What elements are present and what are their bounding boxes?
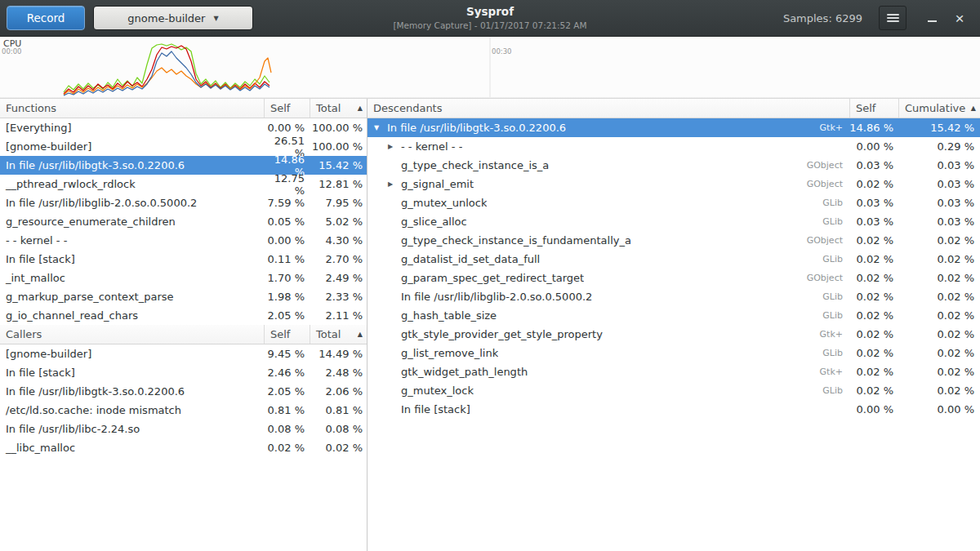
- function-name: [gnome-builder]: [0, 140, 264, 153]
- column-header-descendants[interactable]: Descendants: [368, 99, 849, 118]
- library-tag: Gtk+: [820, 122, 849, 133]
- tree-row[interactable]: ▼In file /usr/lib/libgtk-3.so.0.2200.6Gt…: [368, 118, 980, 137]
- table-row[interactable]: g_resource_enumerate_children0.05 %5.02 …: [0, 212, 367, 231]
- cumulative-percent: 0.02 %: [898, 291, 980, 303]
- table-row[interactable]: In file /usr/lib/libgtk-3.so.0.2200.614.…: [0, 156, 367, 175]
- self-percent: 2.05 %: [264, 385, 310, 398]
- function-name: In file [stack]: [401, 403, 470, 415]
- column-header-callers[interactable]: Callers: [0, 325, 264, 344]
- self-percent: 1.70 %: [264, 272, 310, 284]
- cumulative-percent: 0.29 %: [898, 140, 980, 153]
- function-name-cell: ▼In file /usr/lib/libgtk-3.so.0.2200.6Gt…: [368, 122, 849, 134]
- self-percent: 0.02 %: [849, 309, 898, 322]
- table-row[interactable]: [gnome-builder]9.45 %14.49 %: [0, 344, 367, 363]
- tree-row[interactable]: g_param_spec_get_redirect_targetGObject0…: [368, 269, 980, 287]
- table-row[interactable]: g_io_channel_read_chars2.05 %2.11 %: [0, 306, 367, 325]
- samples-count: Samples: 6299: [783, 12, 862, 24]
- library-tag: GLib: [822, 310, 849, 321]
- menu-button[interactable]: [879, 6, 906, 30]
- library-tag: GLib: [822, 254, 849, 264]
- total-percent: 12.81 %: [310, 178, 367, 190]
- header-right-group: Samples: 6299 ×: [783, 6, 973, 30]
- function-name: gtk_style_provider_get_style_property: [401, 328, 603, 340]
- tree-row[interactable]: g_type_check_instance_is_fundamentally_a…: [368, 231, 980, 250]
- cpu-chart: [0, 37, 980, 98]
- column-header-total-label: Total: [316, 102, 341, 114]
- table-row[interactable]: _int_malloc1.70 %2.49 %: [0, 269, 367, 287]
- expander-collapsed-icon[interactable]: ▶: [388, 180, 401, 188]
- column-header-cumulative[interactable]: Cumulative ▲: [898, 99, 980, 118]
- function-name-cell: g_mutex_lockGLib: [368, 384, 849, 397]
- table-row[interactable]: In file /usr/lib/libglib-2.0.so.0.5000.2…: [0, 193, 367, 212]
- tree-row[interactable]: g_type_check_instance_is_aGObject0.03 %0…: [368, 156, 980, 175]
- tree-row[interactable]: g_hash_table_sizeGLib0.02 %0.02 %: [368, 306, 980, 325]
- process-selector-label: gnome-builder: [127, 12, 205, 24]
- function-name: In file [stack]: [0, 367, 264, 379]
- dropdown-arrow-icon: ▼: [213, 15, 218, 22]
- self-percent: 0.02 %: [849, 347, 898, 359]
- function-name: g_io_channel_read_chars: [0, 309, 264, 322]
- table-row[interactable]: __libc_malloc0.02 %0.02 %: [0, 438, 367, 457]
- tree-row[interactable]: g_list_remove_linkGLib0.02 %0.02 %: [368, 344, 980, 362]
- self-percent: 0.02 %: [849, 178, 898, 190]
- expander-collapsed-icon[interactable]: ▶: [388, 143, 401, 150]
- column-header-total[interactable]: Total ▲: [310, 99, 367, 118]
- tree-row[interactable]: gtk_style_provider_get_style_propertyGtk…: [368, 325, 980, 344]
- tree-row[interactable]: ▶g_signal_emitGObject0.02 %0.03 %: [368, 175, 980, 193]
- self-percent: 0.02 %: [849, 234, 898, 247]
- self-percent: 0.00 %: [849, 140, 898, 153]
- library-tag: Gtk+: [820, 329, 849, 340]
- table-row[interactable]: __pthread_rwlock_rdlock12.75 %12.81 %: [0, 175, 367, 193]
- cumulative-percent: 0.02 %: [898, 384, 980, 397]
- header-bar: Record gnome-builder ▼ Sysprof [Memory C…: [0, 0, 980, 37]
- total-percent: 0.81 %: [310, 404, 367, 416]
- table-row[interactable]: [Everything]0.00 %100.00 %: [0, 118, 367, 137]
- tree-row[interactable]: g_datalist_id_set_data_fullGLib0.02 %0.0…: [368, 250, 980, 269]
- column-header-self[interactable]: Self: [849, 99, 898, 118]
- function-name: g_markup_parse_context_parse: [0, 291, 264, 303]
- descendants-table: ▼In file /usr/lib/libgtk-3.so.0.2200.6Gt…: [368, 118, 980, 419]
- table-row[interactable]: g_markup_parse_context_parse1.98 %2.33 %: [0, 287, 367, 306]
- table-row[interactable]: [gnome-builder]26.51 %100.00 %: [0, 137, 367, 156]
- expander-expanded-icon[interactable]: ▼: [374, 124, 387, 131]
- library-tag: GObject: [807, 273, 849, 283]
- record-button[interactable]: Record: [7, 6, 85, 30]
- cpu-series-orange: [64, 58, 271, 95]
- tree-row[interactable]: g_mutex_lockGLib0.02 %0.02 %: [368, 381, 980, 400]
- function-name-cell: g_type_check_instance_is_aGObject: [368, 159, 849, 171]
- cumulative-percent: 0.00 %: [898, 403, 980, 415]
- function-name: __pthread_rwlock_rdlock: [0, 178, 264, 190]
- minimize-button[interactable]: [918, 6, 946, 30]
- column-header-self[interactable]: Self: [264, 325, 310, 344]
- tree-row[interactable]: In file /usr/lib/libglib-2.0.so.0.5000.2…: [368, 287, 980, 306]
- column-header-self[interactable]: Self: [264, 99, 310, 118]
- table-row[interactable]: In file /usr/lib/libgtk-3.so.0.2200.62.0…: [0, 382, 367, 401]
- table-row[interactable]: In file /usr/lib/libc-2.24.so0.08 %0.08 …: [0, 420, 367, 438]
- self-percent: 0.11 %: [264, 253, 310, 265]
- table-row[interactable]: /etc/ld.so.cache: inode mismatch0.81 %0.…: [0, 401, 367, 420]
- function-name: g_type_check_instance_is_a: [401, 159, 549, 171]
- table-row[interactable]: In file [stack]2.46 %2.48 %: [0, 363, 367, 382]
- tree-row[interactable]: g_slice_allocGLib0.03 %0.03 %: [368, 212, 980, 231]
- close-button[interactable]: ×: [946, 6, 973, 30]
- cumulative-percent: 0.03 %: [898, 159, 980, 171]
- self-percent: 0.81 %: [264, 404, 310, 416]
- tree-row[interactable]: ▶- - kernel - -0.00 %0.29 %: [368, 137, 980, 156]
- column-header-total-label: Total: [316, 328, 341, 340]
- column-header-functions[interactable]: Functions: [0, 99, 264, 118]
- library-tag: GObject: [807, 179, 849, 189]
- tree-row[interactable]: gtk_widget_path_lengthGtk+0.02 %0.02 %: [368, 362, 980, 381]
- function-name: g_datalist_id_set_data_full: [401, 253, 540, 265]
- table-row[interactable]: In file [stack]0.11 %2.70 %: [0, 250, 367, 269]
- function-name-cell: gtk_widget_path_lengthGtk+: [368, 366, 849, 378]
- self-percent: 2.46 %: [264, 367, 310, 379]
- cpu-graph[interactable]: CPU 00:00 00:30: [0, 37, 980, 99]
- tree-row[interactable]: g_mutex_unlockGLib0.03 %0.03 %: [368, 193, 980, 212]
- table-row[interactable]: - - kernel - -0.00 %4.30 %: [0, 231, 367, 250]
- tree-row[interactable]: In file [stack]0.00 %0.00 %: [368, 400, 980, 419]
- library-tag: GObject: [807, 160, 849, 171]
- function-name-cell: In file [stack]: [368, 403, 849, 415]
- column-header-total[interactable]: Total ▲: [310, 325, 367, 344]
- function-name-cell: g_slice_allocGLib: [368, 216, 849, 228]
- process-selector[interactable]: gnome-builder ▼: [93, 6, 253, 30]
